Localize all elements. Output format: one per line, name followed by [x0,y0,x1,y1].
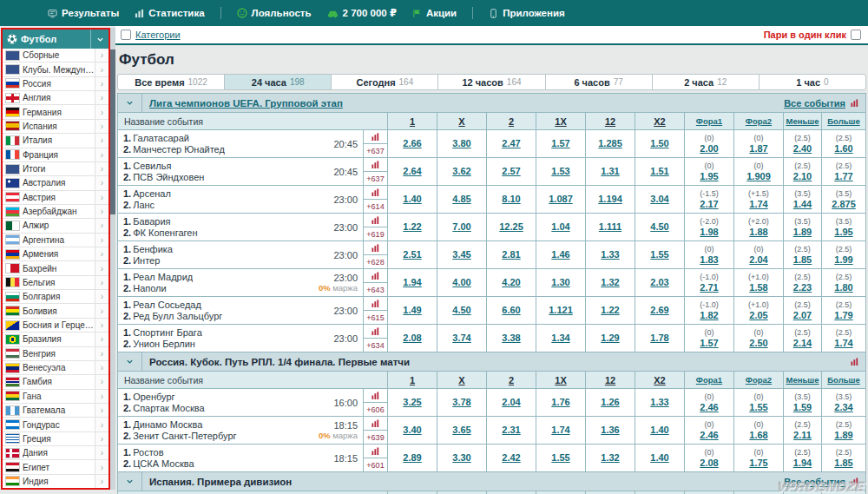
odds-cell[interactable]: 2.47 [486,130,536,157]
odds-cell[interactable]: 6.60 [486,297,536,324]
chart-icon[interactable] [851,358,858,366]
sidebar-item-30[interactable]: Индия› [3,475,108,488]
column-header[interactable]: 2 [486,372,536,388]
chart-icon[interactable] [851,99,858,107]
column-header[interactable]: X [437,372,486,388]
chart-icon[interactable] [372,447,379,455]
sidebar-item-22[interactable]: Венесуэла› [3,361,108,375]
odds-cell[interactable]: (3.5)1.95 [821,214,865,240]
odds-cell[interactable]: 1.76 [536,389,585,416]
odds-cell[interactable]: 1.36 [585,417,635,444]
odds-cell[interactable]: 1.40 [635,417,684,444]
chart-icon[interactable] [372,188,379,196]
chevron-down-icon[interactable] [90,30,108,49]
sidebar-item-11[interactable]: Азербайджан› [3,205,108,219]
odds-cell[interactable]: (0)2.46 [684,417,733,444]
odds-cell[interactable]: 1.46 [536,241,585,268]
sidebar-item-24[interactable]: Гана› [3,390,108,404]
column-header[interactable]: Фора1 [684,372,733,388]
sidebar-item-1[interactable]: Клубы. Международ...› [3,63,108,76]
column-header[interactable]: 1 [387,113,437,129]
odds-cell[interactable]: (2.5)1.94 [783,445,821,471]
odds-cell[interactable]: 1.55 [635,241,684,268]
odds-cell[interactable]: 4.85 [437,186,486,213]
topbar-item-promo[interactable]: Акции [412,8,457,18]
more-bets-link[interactable]: +643 [364,283,387,296]
odds-cell[interactable]: 1.087 [536,186,585,213]
column-header[interactable]: Фора2 [733,372,783,388]
sidebar-item-13[interactable]: Аргентина› [3,234,108,247]
odds-cell[interactable]: 2.42 [486,445,536,471]
more-bets-link[interactable]: +634 [364,339,387,352]
odds-cell[interactable]: 1.55 [536,445,585,471]
odds-cell[interactable]: 1.32 [585,445,635,471]
odds-cell[interactable]: 1.04 [536,214,585,240]
odds-cell[interactable]: 2.69 [635,297,684,324]
odds-cell[interactable]: (-1.0)2.71 [684,269,733,296]
odds-cell[interactable]: 8.10 [486,186,536,213]
odds-cell[interactable]: 2.08 [387,325,437,352]
topbar-item-results[interactable]: Результаты [48,8,119,18]
odds-cell[interactable]: (2.5)1.77 [821,158,865,185]
more-bets-link[interactable]: +628 [364,255,387,268]
odds-cell[interactable]: (0)2.50 [733,325,783,352]
odds-cell[interactable]: 1.50 [635,130,684,157]
odds-cell[interactable]: (2.5)1.85 [783,241,821,268]
categories-checkbox[interactable] [121,30,131,40]
chart-icon[interactable] [372,392,379,399]
odds-cell[interactable]: 1.285 [585,130,635,157]
sidebar-item-27[interactable]: Греция› [3,432,108,446]
odds-cell[interactable]: 2.66 [387,130,437,157]
odds-cell[interactable]: 3.65 [437,417,486,444]
topbar-item-stats[interactable]: Статистика [135,8,204,18]
odds-cell[interactable]: 1.194 [585,186,635,213]
chart-icon[interactable] [372,161,379,168]
odds-cell[interactable]: 4.50 [437,297,486,324]
sidebar-item-28[interactable]: Дания› [3,446,108,460]
more-bets-link[interactable]: +614 [364,200,387,213]
odds-cell[interactable]: 2.03 [635,269,684,296]
odds-cell[interactable]: 1.32 [585,269,635,296]
odds-cell[interactable]: (0)1.57 [684,325,733,352]
column-header[interactable]: 1 [387,372,437,388]
odds-cell[interactable]: (2.5)2.23 [783,269,821,296]
one-click-bet-toggle[interactable]: Пари в один клик [764,30,861,40]
sidebar-item-19[interactable]: Босния и Герцеговина› [3,319,108,333]
sidebar-item-26[interactable]: Гондурас› [3,418,108,431]
all-events-link[interactable]: Все события [784,477,845,487]
chart-icon[interactable] [372,419,379,427]
sidebar-item-14[interactable]: Армения› [3,247,108,261]
odds-cell[interactable]: (0)1.68 [733,417,783,444]
chart-icon[interactable] [372,244,379,252]
odds-cell[interactable]: (3.5)2.34 [821,389,865,416]
odds-cell[interactable]: 3.45 [437,241,486,268]
odds-cell[interactable]: 1.30 [536,269,585,296]
tab-5[interactable]: 2 часа12 [652,74,760,90]
column-header[interactable]: 2 [486,113,536,129]
odds-cell[interactable]: 12.25 [486,214,536,240]
odds-cell[interactable]: (2.5)1.99 [821,241,865,268]
chart-icon[interactable] [372,272,379,280]
tab-6[interactable]: 1 час0 [759,74,866,90]
more-bets-link[interactable]: +639 [364,431,387,444]
odds-cell[interactable]: (2.5)2.07 [783,297,821,324]
tab-4[interactable]: 6 часов77 [545,74,653,90]
odds-cell[interactable]: 1.22 [387,214,437,240]
topbar-item-car[interactable]: 2 700 000 ₽ [327,7,397,19]
sidebar-item-10[interactable]: Австрия› [3,191,108,205]
odds-cell[interactable]: (-1.5)2.17 [684,186,733,213]
sidebar-item-20[interactable]: Бразилия› [3,333,108,346]
odds-cell[interactable]: (2.5)2.11 [783,417,821,444]
sidebar-item-23[interactable]: Гамбия› [3,375,108,389]
odds-cell[interactable]: 1.34 [536,325,585,352]
odds-cell[interactable]: 1.49 [387,297,437,324]
odds-cell[interactable]: (0)2.04 [733,241,783,268]
column-header[interactable]: Фора2 [733,113,783,129]
odds-cell[interactable]: 2.04 [486,389,536,416]
chevron-down-icon[interactable] [118,94,142,112]
sidebar-item-5[interactable]: Испания› [3,120,108,134]
column-header[interactable]: X2 [635,113,684,129]
odds-cell[interactable]: 1.40 [635,445,684,471]
odds-cell[interactable]: 1.31 [585,158,635,185]
column-header[interactable]: Больше [821,113,865,129]
